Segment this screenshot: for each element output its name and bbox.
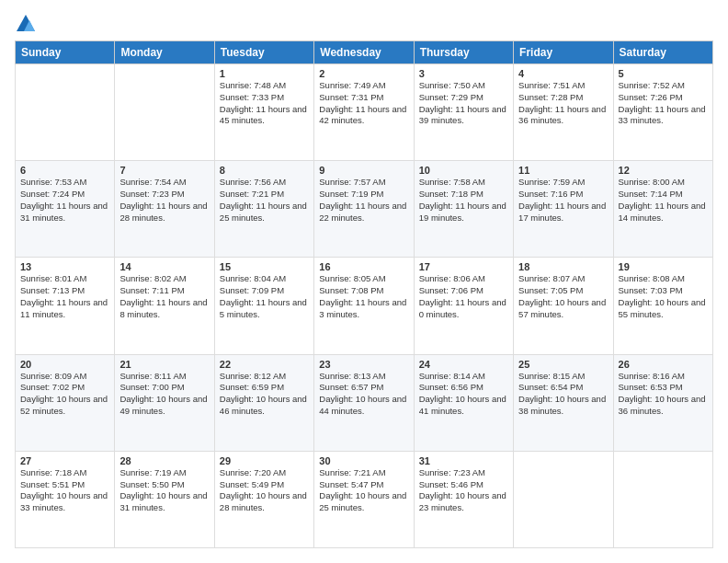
sunrise-label: Sunrise: 7:53 AM	[20, 177, 86, 187]
sunrise-label: Sunrise: 7:49 AM	[319, 80, 385, 90]
day-info: Sunrise: 8:01 AM Sunset: 7:13 PM Dayligh…	[20, 273, 109, 320]
weekday-header-sunday: Sunday	[16, 41, 115, 64]
day-number: 15	[220, 261, 309, 272]
day-info: Sunrise: 7:50 AM Sunset: 7:29 PM Dayligh…	[419, 80, 508, 127]
day-info: Sunrise: 7:57 AM Sunset: 7:19 PM Dayligh…	[319, 177, 408, 224]
calendar-cell: 29 Sunrise: 7:20 AM Sunset: 5:49 PM Dayl…	[214, 451, 313, 547]
calendar-cell: 31 Sunrise: 7:23 AM Sunset: 5:46 PM Dayl…	[414, 451, 513, 547]
day-number: 20	[20, 359, 109, 370]
sunset-label: Sunset: 7:29 PM	[419, 92, 483, 102]
daylight-label: Daylight: 11 hours and 5 minutes.	[220, 297, 307, 319]
sunset-label: Sunset: 5:50 PM	[119, 479, 184, 489]
calendar-cell: 28 Sunrise: 7:19 AM Sunset: 5:50 PM Dayl…	[115, 451, 214, 547]
weekday-header-friday: Friday	[514, 41, 613, 64]
day-info: Sunrise: 7:21 AM Sunset: 5:47 PM Dayligh…	[319, 467, 408, 514]
sunrise-label: Sunrise: 7:21 AM	[319, 467, 385, 477]
day-info: Sunrise: 7:56 AM Sunset: 7:21 PM Dayligh…	[220, 177, 309, 224]
day-number: 12	[619, 165, 708, 176]
daylight-label: Daylight: 11 hours and 19 minutes.	[419, 201, 506, 223]
day-info: Sunrise: 8:16 AM Sunset: 6:53 PM Dayligh…	[619, 371, 708, 418]
daylight-label: Daylight: 11 hours and 17 minutes.	[518, 201, 606, 223]
daylight-label: Daylight: 11 hours and 14 minutes.	[619, 201, 706, 223]
day-number: 5	[619, 68, 708, 79]
calendar-cell: 5 Sunrise: 7:52 AM Sunset: 7:26 PM Dayli…	[613, 64, 712, 161]
sunrise-label: Sunrise: 8:07 AM	[518, 273, 585, 283]
day-number: 25	[518, 359, 608, 370]
sunrise-label: Sunrise: 8:14 AM	[419, 371, 485, 381]
calendar-cell: 7 Sunrise: 7:54 AM Sunset: 7:23 PM Dayli…	[115, 161, 214, 258]
calendar-cell: 18 Sunrise: 8:07 AM Sunset: 7:05 PM Dayl…	[514, 258, 613, 354]
day-number: 28	[119, 455, 209, 466]
calendar-cell: 27 Sunrise: 7:18 AM Sunset: 5:51 PM Dayl…	[16, 451, 115, 547]
calendar-cell: 16 Sunrise: 8:05 AM Sunset: 7:08 PM Dayl…	[314, 258, 414, 354]
sunrise-label: Sunrise: 8:12 AM	[220, 371, 286, 381]
sunset-label: Sunset: 7:02 PM	[20, 382, 85, 392]
sunset-label: Sunset: 6:54 PM	[518, 382, 583, 392]
day-number: 3	[419, 68, 508, 79]
sunset-label: Sunset: 7:21 PM	[220, 189, 284, 199]
sunrise-label: Sunrise: 7:59 AM	[518, 177, 585, 187]
daylight-label: Daylight: 11 hours and 45 minutes.	[220, 104, 307, 126]
day-number: 11	[518, 165, 608, 176]
calendar-cell: 21 Sunrise: 8:11 AM Sunset: 7:00 PM Dayl…	[115, 354, 214, 451]
logo-icon	[17, 15, 35, 31]
sunrise-label: Sunrise: 8:08 AM	[619, 273, 685, 283]
sunrise-label: Sunrise: 7:19 AM	[119, 467, 186, 477]
calendar-cell: 20 Sunrise: 8:09 AM Sunset: 7:02 PM Dayl…	[16, 354, 115, 451]
day-number: 7	[119, 165, 209, 176]
day-info: Sunrise: 7:48 AM Sunset: 7:33 PM Dayligh…	[220, 80, 309, 127]
daylight-label: Daylight: 11 hours and 42 minutes.	[319, 104, 406, 126]
daylight-label: Daylight: 11 hours and 3 minutes.	[319, 297, 406, 319]
calendar-cell: 9 Sunrise: 7:57 AM Sunset: 7:19 PM Dayli…	[314, 161, 414, 258]
day-info: Sunrise: 7:51 AM Sunset: 7:28 PM Dayligh…	[518, 80, 608, 127]
calendar-cell: 13 Sunrise: 8:01 AM Sunset: 7:13 PM Dayl…	[16, 258, 115, 354]
day-number: 6	[20, 165, 109, 176]
sunset-label: Sunset: 7:11 PM	[119, 285, 184, 295]
calendar-cell: 4 Sunrise: 7:51 AM Sunset: 7:28 PM Dayli…	[514, 64, 613, 161]
weekday-header-wednesday: Wednesday	[314, 41, 414, 64]
sunrise-label: Sunrise: 8:02 AM	[119, 273, 186, 283]
day-number: 26	[619, 359, 708, 370]
daylight-label: Daylight: 11 hours and 22 minutes.	[319, 201, 406, 223]
day-info: Sunrise: 8:00 AM Sunset: 7:14 PM Dayligh…	[619, 177, 708, 224]
calendar-cell: 14 Sunrise: 8:02 AM Sunset: 7:11 PM Dayl…	[115, 258, 214, 354]
calendar-cell	[514, 451, 613, 547]
calendar-cell: 1 Sunrise: 7:48 AM Sunset: 7:33 PM Dayli…	[214, 64, 313, 161]
day-info: Sunrise: 8:13 AM Sunset: 6:57 PM Dayligh…	[319, 371, 408, 418]
calendar-cell	[16, 64, 115, 161]
day-info: Sunrise: 8:15 AM Sunset: 6:54 PM Dayligh…	[518, 371, 608, 418]
day-number: 23	[319, 359, 408, 370]
sunset-label: Sunset: 6:56 PM	[419, 382, 483, 392]
sunrise-label: Sunrise: 8:15 AM	[518, 371, 585, 381]
sunset-label: Sunset: 7:33 PM	[220, 92, 284, 102]
sunset-label: Sunset: 7:13 PM	[20, 285, 85, 295]
day-info: Sunrise: 7:23 AM Sunset: 5:46 PM Dayligh…	[419, 467, 508, 514]
sunset-label: Sunset: 5:46 PM	[419, 479, 483, 489]
daylight-label: Daylight: 11 hours and 39 minutes.	[419, 104, 506, 126]
day-info: Sunrise: 8:09 AM Sunset: 7:02 PM Dayligh…	[20, 371, 109, 418]
daylight-label: Daylight: 10 hours and 23 minutes.	[419, 490, 506, 512]
daylight-label: Daylight: 10 hours and 49 minutes.	[119, 394, 207, 416]
calendar-cell: 24 Sunrise: 8:14 AM Sunset: 6:56 PM Dayl…	[414, 354, 513, 451]
day-number: 16	[319, 261, 408, 272]
daylight-label: Daylight: 11 hours and 0 minutes.	[419, 297, 506, 319]
calendar-cell: 25 Sunrise: 8:15 AM Sunset: 6:54 PM Dayl…	[514, 354, 613, 451]
daylight-label: Daylight: 11 hours and 31 minutes.	[20, 201, 108, 223]
sunset-label: Sunset: 6:53 PM	[619, 382, 683, 392]
week-row-2: 6 Sunrise: 7:53 AM Sunset: 7:24 PM Dayli…	[16, 161, 713, 258]
weekday-header-row: SundayMondayTuesdayWednesdayThursdayFrid…	[16, 41, 713, 64]
day-info: Sunrise: 7:19 AM Sunset: 5:50 PM Dayligh…	[119, 467, 209, 514]
sunset-label: Sunset: 7:05 PM	[518, 285, 583, 295]
day-info: Sunrise: 8:12 AM Sunset: 6:59 PM Dayligh…	[220, 371, 309, 418]
daylight-label: Daylight: 11 hours and 36 minutes.	[518, 104, 606, 126]
day-number: 31	[419, 455, 508, 466]
sunrise-label: Sunrise: 7:57 AM	[319, 177, 385, 187]
sunset-label: Sunset: 7:24 PM	[20, 189, 85, 199]
sunset-label: Sunset: 7:19 PM	[319, 189, 383, 199]
calendar-cell	[613, 451, 712, 547]
calendar-cell: 3 Sunrise: 7:50 AM Sunset: 7:29 PM Dayli…	[414, 64, 513, 161]
day-info: Sunrise: 8:05 AM Sunset: 7:08 PM Dayligh…	[319, 273, 408, 320]
day-number: 29	[220, 455, 309, 466]
day-info: Sunrise: 8:02 AM Sunset: 7:11 PM Dayligh…	[119, 273, 209, 320]
sunrise-label: Sunrise: 7:58 AM	[419, 177, 485, 187]
